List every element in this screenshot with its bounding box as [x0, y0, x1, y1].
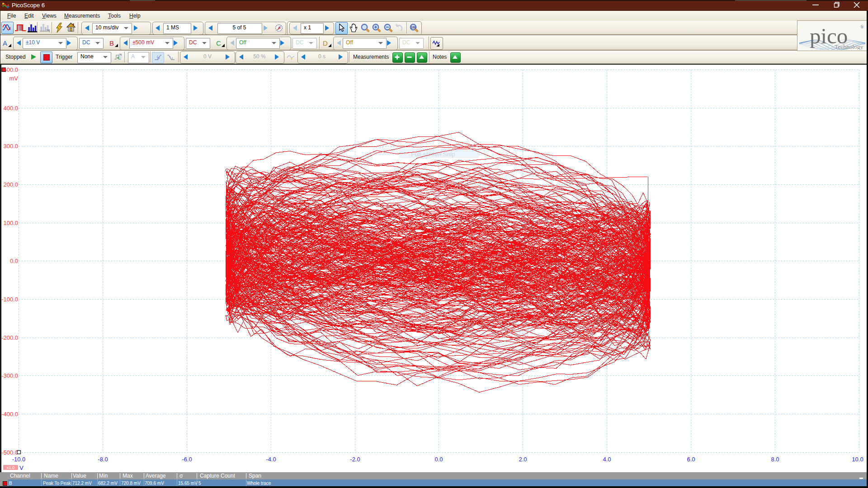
- svg-text:6.0: 6.0: [687, 456, 695, 463]
- svg-text:300.0: 300.0: [3, 143, 18, 150]
- svg-text:100.0: 100.0: [3, 220, 18, 226]
- svg-text:200.0: 200.0: [3, 181, 18, 188]
- svg-text:-500.0: -500.0: [1, 449, 18, 456]
- svg-text:8.0: 8.0: [771, 456, 779, 463]
- svg-text:mV: mV: [9, 75, 19, 82]
- svg-text:-2.0: -2.0: [350, 456, 360, 463]
- svg-text:®: ®: [860, 24, 864, 29]
- svg-text:x1.0: x1.0: [7, 465, 15, 470]
- svg-text:-6.0: -6.0: [182, 456, 192, 463]
- svg-text:4.0: 4.0: [603, 456, 611, 463]
- svg-text:-400.0: -400.0: [1, 411, 18, 418]
- svg-text:Technology: Technology: [835, 43, 863, 50]
- svg-text:-10.0: -10.0: [12, 456, 26, 463]
- svg-text:-8.0: -8.0: [98, 456, 108, 463]
- svg-text:-200.0: -200.0: [1, 334, 18, 341]
- svg-text:400.0: 400.0: [3, 105, 18, 112]
- svg-text:-100.0: -100.0: [1, 296, 18, 303]
- svg-text:V: V: [19, 465, 24, 471]
- svg-text:10.0: 10.0: [852, 456, 863, 463]
- svg-text:-4.0: -4.0: [266, 456, 276, 463]
- svg-text:100: 100: [411, 26, 416, 29]
- svg-text:2.0: 2.0: [519, 456, 527, 463]
- svg-text:Full-screen Snip: Full-screen Snip: [411, 151, 455, 158]
- svg-text:0.0: 0.0: [10, 258, 18, 264]
- svg-text:0.0: 0.0: [434, 456, 443, 463]
- svg-text:-300.0: -300.0: [1, 372, 18, 379]
